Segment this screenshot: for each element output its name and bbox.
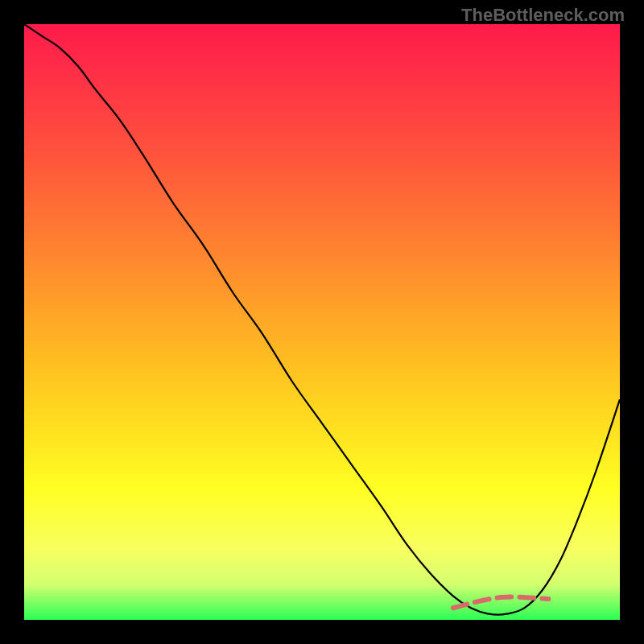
watermark-text: TheBottleneck.com <box>461 5 625 26</box>
plot-area <box>24 24 620 620</box>
chart-frame: TheBottleneck.com <box>0 0 644 644</box>
chart-svg <box>24 24 620 620</box>
background-gradient <box>24 24 620 620</box>
